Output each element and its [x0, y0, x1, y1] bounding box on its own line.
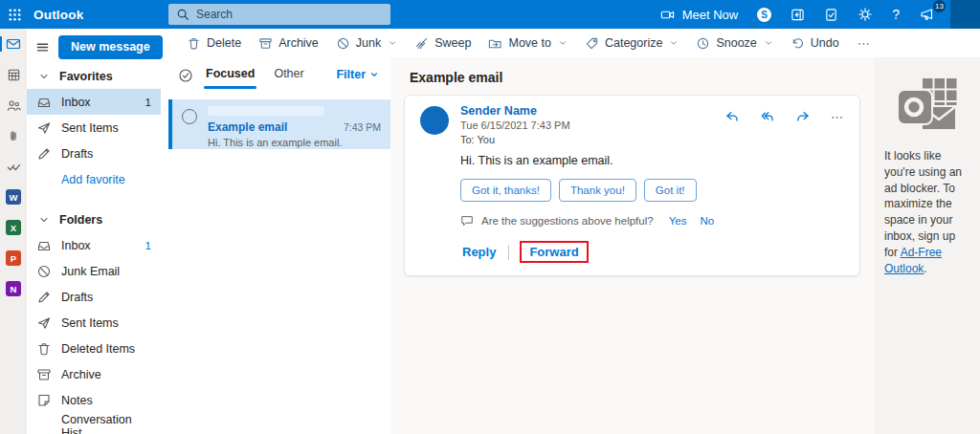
mail-preview: Hi. This is an example email. — [208, 137, 381, 148]
hamburger-menu-icon[interactable] — [35, 40, 50, 54]
select-all-icon[interactable] — [178, 68, 193, 83]
pencil-icon — [36, 146, 52, 162]
forward-icon[interactable] — [795, 109, 811, 124]
app-launcher-waffle-icon[interactable] — [0, 0, 29, 29]
reply-icon[interactable] — [724, 109, 740, 124]
meet-now-label: Meet Now — [682, 8, 739, 22]
sidebar-item-inbox-favorite[interactable]: Inbox 1 — [27, 89, 161, 115]
sidebar-item-conversation-history[interactable]: Conversation Hist... — [27, 413, 161, 434]
send-icon — [36, 315, 52, 331]
feedback-button[interactable]: 13 — [909, 0, 945, 29]
rail-onenote-button[interactable]: N — [0, 273, 27, 304]
ad-blocker-panel: It looks like you're using an ad blocker… — [874, 57, 980, 434]
suggested-reply-button[interactable]: Got it! — [644, 179, 697, 202]
rail-tasks-button[interactable] — [0, 151, 27, 182]
skype-button[interactable]: S — [747, 0, 781, 29]
toolbar-label: Undo — [811, 36, 839, 50]
message-more-button[interactable]: ⋯ — [831, 110, 844, 124]
mail-time: 7:43 PM — [344, 121, 381, 133]
rail-excel-button[interactable]: X — [0, 212, 27, 243]
forward-highlight-box: Forward — [520, 241, 588, 263]
sidebar-item-sent-favorite[interactable]: Sent Items — [27, 115, 161, 141]
search-input[interactable] — [196, 8, 383, 21]
suggested-reply-button[interactable]: Got it, thanks! — [460, 179, 551, 202]
forward-button[interactable]: Forward — [529, 245, 578, 259]
ad-text-after: . — [924, 262, 926, 275]
rail-calendar-button[interactable] — [0, 59, 27, 90]
feedback-yes-link[interactable]: Yes — [669, 215, 687, 227]
side-panel-button[interactable] — [781, 0, 814, 29]
junk-button[interactable]: Junk — [327, 29, 406, 57]
sidebar-item-deleted[interactable]: Deleted Items — [27, 336, 161, 361]
sidebar-item-label: Conversation Hist... — [61, 413, 161, 434]
move-to-button[interactable]: Move to — [479, 29, 575, 57]
settings-button[interactable] — [848, 0, 882, 29]
toolbar-label: Sweep — [434, 36, 471, 50]
sidebar-item-label: Drafts — [61, 291, 93, 304]
sender-avatar[interactable] — [420, 106, 449, 135]
undo-button[interactable]: Undo — [782, 29, 848, 57]
rail-people-button[interactable] — [0, 90, 27, 120]
folders-section-header[interactable]: Folders — [27, 207, 168, 232]
toolbar-label: Move to — [508, 36, 550, 50]
to-value: You — [478, 134, 496, 145]
top-header: Outlook Meet Now S — [0, 0, 980, 29]
to-label: To: — [460, 134, 475, 145]
delete-button[interactable]: Delete — [178, 29, 250, 57]
sidebar-item-drafts[interactable]: Drafts — [27, 284, 161, 310]
rail-word-button[interactable]: W — [0, 182, 27, 212]
sidebar-item-notes[interactable]: Notes — [27, 387, 161, 413]
rail-powerpoint-button[interactable]: P — [0, 243, 27, 273]
new-message-button[interactable]: New message — [58, 35, 163, 59]
mail-list-item[interactable]: Example email 7:43 PM Hi. This is an exa… — [168, 99, 390, 149]
feedback-question: Are the suggestions above helpful? — [481, 215, 654, 227]
trash-icon — [187, 36, 201, 51]
sidebar-item-inbox[interactable]: Inbox 1 — [27, 232, 161, 258]
sidebar-item-sent[interactable]: Sent Items — [27, 310, 161, 336]
redacted-sender-bar — [208, 106, 324, 116]
snooze-button[interactable]: Snooze — [687, 29, 781, 57]
toolbar-label: Archive — [278, 36, 319, 50]
powerpoint-icon: P — [6, 250, 21, 266]
add-favorite-link[interactable]: Add favorite — [27, 166, 161, 192]
favorites-section-header[interactable]: Favorites — [27, 64, 168, 89]
reply-all-icon[interactable] — [760, 109, 775, 124]
message-body: Hi. This is an example email. — [460, 154, 844, 167]
sidebar-item-junk[interactable]: Junk Email — [27, 258, 161, 284]
sidebar-item-label: Notes — [61, 394, 93, 407]
feedback-no-link[interactable]: No — [700, 215, 714, 227]
suggested-reply-button[interactable]: Thank you! — [559, 179, 636, 202]
tab-focused[interactable]: Focused — [206, 67, 255, 89]
speech-bubble-icon — [460, 214, 474, 228]
sidebar-item-drafts-favorite[interactable]: Drafts — [27, 141, 161, 166]
ad-blocker-message: It looks like you're using an ad blocker… — [884, 148, 969, 276]
paperclip-icon — [7, 129, 20, 142]
help-button[interactable]: ? — [882, 0, 909, 29]
suggested-replies: Got it, thanks! Thank you! Got it! — [460, 179, 844, 202]
filter-button[interactable]: Filter — [336, 68, 379, 81]
sweep-button[interactable]: Sweep — [406, 29, 479, 57]
select-message-radio[interactable] — [182, 109, 197, 124]
sidebar-item-label: Inbox — [61, 239, 91, 252]
rail-mail-button[interactable] — [0, 29, 27, 59]
sender-name[interactable]: Sender Name — [460, 104, 724, 118]
tab-other[interactable]: Other — [274, 67, 303, 89]
command-toolbar: Delete Archive Junk Sweep Move to — [168, 29, 980, 57]
toolbar-more-button[interactable]: ⋯ — [848, 36, 880, 51]
categorize-button[interactable]: Categorize — [576, 29, 687, 57]
archive-icon — [258, 36, 273, 51]
reply-button[interactable]: Reply — [460, 241, 498, 263]
sidebar-item-archive[interactable]: Archive — [27, 361, 161, 387]
sidebar-item-label: Sent Items — [61, 316, 119, 330]
sidebar-item-label: Archive — [61, 368, 101, 381]
sidebar-item-label: Junk Email — [61, 265, 120, 278]
archive-button[interactable]: Archive — [250, 29, 327, 57]
settings-gear-icon — [858, 7, 873, 22]
meet-now-button[interactable]: Meet Now — [650, 0, 748, 29]
chevron-down-icon — [558, 38, 568, 48]
todo-button[interactable] — [814, 0, 848, 29]
chevron-down-icon — [369, 70, 379, 79]
rail-attachments-button[interactable] — [0, 120, 27, 151]
account-button[interactable] — [950, 0, 980, 29]
search-box[interactable] — [168, 4, 390, 25]
